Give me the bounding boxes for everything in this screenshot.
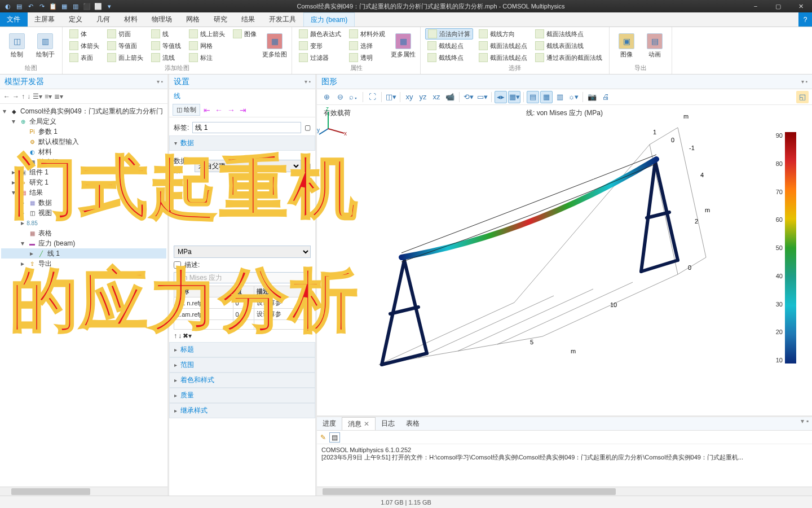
nav-down-icon[interactable]: ↓ [27, 93, 30, 100]
more-plots-button[interactable]: ▦更多绘图 [262, 28, 287, 64]
annotation-button[interactable]: 标注 [187, 52, 227, 63]
qat-icon[interactable]: ▥ [71, 2, 80, 11]
surface-arrow-button[interactable]: 面上箭头 [105, 52, 145, 63]
qat-icon[interactable]: ▾ [105, 2, 114, 11]
qat-icon[interactable]: ▦ [60, 2, 69, 11]
slice-button[interactable]: 切面 [105, 28, 145, 40]
light-icon[interactable]: ☼▾ [567, 91, 580, 103]
nav-up-icon[interactable]: ↑ [21, 93, 25, 100]
cutplane-start-button[interactable]: 截面法线起点 [476, 40, 529, 51]
collapse-icon[interactable]: ☰▾ [33, 93, 42, 100]
close-button[interactable]: ✕ [789, 3, 812, 10]
section-quality[interactable]: ▸质量 [169, 388, 315, 403]
zoom-out-icon[interactable]: ⊖ [334, 91, 346, 103]
help-button[interactable]: ? [798, 12, 812, 27]
model-tree[interactable]: ▾◆Comsol经典实例049：门式起重机的应力分析门 ▾⊕全局定义 Pi参数 … [0, 104, 167, 487]
minimize-button[interactable]: − [744, 3, 767, 10]
graphics-canvas[interactable]: 有效载荷 线: von Mises 应力 (MPa) [317, 105, 812, 415]
tab-results[interactable]: 结果 [235, 12, 262, 27]
section-range[interactable]: ▸范围 [169, 357, 315, 373]
section-data[interactable]: ▾数据 [169, 135, 315, 151]
tab-context-stress[interactable]: 应力 (beam) [303, 12, 355, 27]
prev-arrow-icon[interactable]: ← [214, 106, 224, 115]
line-button[interactable]: 线 [149, 28, 183, 40]
export-anim-button[interactable]: ▤动画 [642, 28, 667, 64]
qat-icon[interactable]: ◐ [3, 2, 12, 11]
save-log-icon[interactable]: ▤ [329, 432, 340, 443]
param-table[interactable]: 名称值描述 h... n.refp0设计算参 ...am.refp0设计算参 0 [174, 286, 311, 330]
dataset-link-icon[interactable]: ▦ [304, 162, 311, 170]
qat-icon[interactable]: ⬜ [94, 2, 103, 11]
section-color[interactable]: ▸着色和样式 [169, 373, 315, 388]
snapshot-icon[interactable]: 📷 [586, 91, 598, 103]
tab-dev[interactable]: 开发工具 [262, 12, 303, 27]
tab-geometry[interactable]: 几何 [90, 12, 117, 27]
selection-button[interactable]: 选择 [347, 40, 387, 51]
scrollbar-x[interactable] [0, 487, 167, 496]
tab-study[interactable]: 研究 [207, 12, 235, 27]
transparency-button[interactable]: 透明 [347, 52, 387, 63]
next-arrow-icon[interactable]: → [226, 106, 236, 115]
volume-button[interactable]: 体 [67, 28, 102, 40]
close-tab-icon[interactable]: ✕ [364, 420, 369, 428]
tab-home[interactable]: 主屏幕 [28, 12, 62, 27]
more-attrs-button[interactable]: ▦更多属性 [391, 28, 416, 64]
view-grid-icon[interactable]: ▦ [540, 91, 553, 103]
plot-preview-button[interactable]: ◫ 绘制 [173, 104, 200, 116]
desc-checkbox[interactable] [174, 261, 181, 269]
filter-button[interactable]: 过滤器 [297, 52, 343, 63]
cutline-end-button[interactable]: 截线终点 [425, 52, 473, 63]
tree-node-line1[interactable]: ▸╱线 1 [1, 248, 166, 259]
color-expr-button[interactable]: 颜色表达式 [297, 28, 343, 40]
filter-icon[interactable]: ≣▾ [54, 93, 63, 100]
tab-log[interactable]: 日志 [376, 417, 400, 430]
detach-icon[interactable]: ◱ [796, 91, 809, 103]
qat-icon[interactable]: ↷ [37, 2, 46, 11]
image-plot-button[interactable]: 图像 [231, 28, 259, 40]
contour-button[interactable]: 等值线 [149, 40, 183, 51]
tab-file[interactable]: 文件 [0, 12, 28, 27]
zoom-extents-icon[interactable]: ⛶ [366, 91, 378, 103]
first-arrow-icon[interactable]: ⇤ [202, 106, 211, 115]
rotate-icon[interactable]: ⟲▾ [462, 91, 475, 103]
print-icon[interactable]: 🖨 [599, 91, 612, 103]
cutline-dir-button[interactable]: 截线方向 [476, 28, 529, 40]
cutplane-start2-button[interactable]: 截面法线起点 [476, 52, 529, 63]
cutplane-end-button[interactable]: 截面法线终点 [533, 28, 604, 40]
cutline-start-button[interactable]: 截线起点 [425, 40, 473, 51]
view-xz-icon[interactable]: xz [430, 91, 443, 103]
through-surf-button[interactable]: 通过表面的截面法线 [533, 52, 604, 63]
view-xy-icon[interactable]: xy [403, 91, 416, 103]
tag-input[interactable] [192, 122, 301, 133]
mesh-plot-button[interactable]: 网格 [187, 40, 227, 51]
plot-button[interactable]: ◫绘制 [5, 28, 29, 64]
compute-normal-button[interactable]: 沿法向计算 [425, 28, 473, 40]
dataset-select[interactable]: 来自父项 [195, 160, 301, 172]
tag-link-icon[interactable]: ▢ [304, 124, 311, 132]
unit-select[interactable]: MPa [174, 246, 311, 258]
isosurface-button[interactable]: 等值面 [105, 40, 145, 51]
plot-in-button[interactable]: ▥绘制于 [33, 28, 58, 64]
line-arrow-button[interactable]: 线上箭头 [187, 28, 227, 40]
table-down-icon[interactable]: ↓ [178, 332, 182, 340]
tab-mesh[interactable]: 网格 [179, 12, 207, 27]
scrollbar-x[interactable] [317, 487, 812, 496]
qat-icon[interactable]: ⬛ [82, 2, 91, 11]
view-yz-icon[interactable]: yz [417, 91, 429, 103]
surf-normal-button[interactable]: 截线表面法线 [533, 40, 604, 51]
qat-icon[interactable]: ▤ [15, 2, 24, 11]
expand-icon[interactable]: ≡▾ [45, 93, 52, 100]
tab-table[interactable]: 表格 [400, 417, 425, 430]
zoom-box-icon[interactable]: ⌕▾ [347, 91, 360, 103]
tab-definitions[interactable]: 定义 [62, 12, 90, 27]
tab-progress[interactable]: 进度 [317, 417, 342, 430]
export-image-button[interactable]: ▣图像 [614, 28, 639, 64]
view-list-icon[interactable]: ▤ [527, 91, 539, 103]
section-title[interactable]: ▸标题 [169, 342, 315, 357]
volume-arrow-button[interactable]: 体箭头 [67, 40, 102, 51]
section-inherit[interactable]: ▸继承样式 [169, 403, 315, 418]
zoom-in-icon[interactable]: ⊕ [320, 91, 333, 103]
toggle-1-icon[interactable]: ◂▸ [495, 91, 507, 103]
camera-icon[interactable]: 📹 [444, 91, 456, 103]
toggle-2-icon[interactable]: ▦▾ [508, 91, 520, 103]
